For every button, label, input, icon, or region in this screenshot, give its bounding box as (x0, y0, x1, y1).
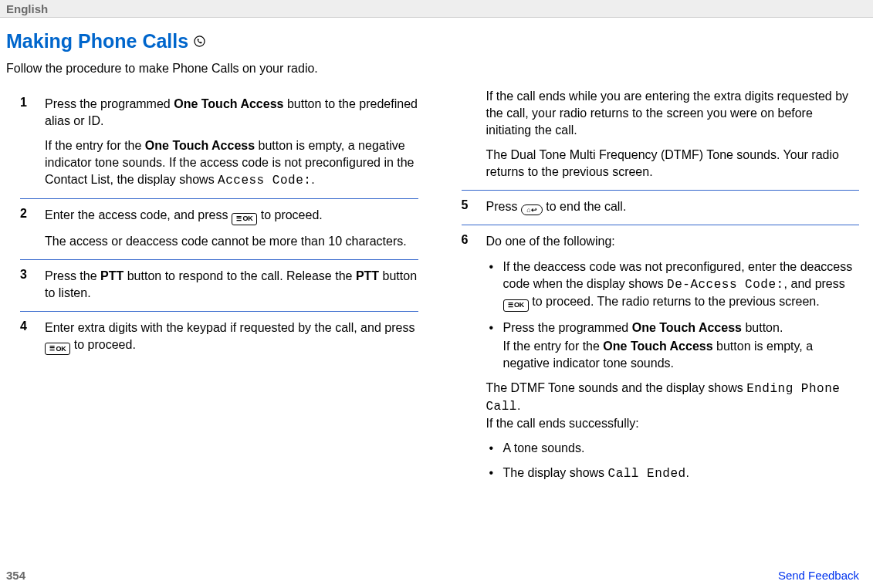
back-home-button-icon: ⌂↩ (521, 204, 543, 215)
step-number-spacer (462, 88, 477, 181)
page-number: 354 (6, 569, 25, 582)
step-4-continuation: If the call ends while you are entering … (462, 88, 860, 190)
title-text: Making Phone Calls (6, 30, 188, 52)
text: . (311, 173, 314, 186)
text: to proceed. (74, 338, 136, 351)
display-text: Access Code: (218, 174, 311, 188)
two-column-layout: 1 Press the programmed One Touch Access … (6, 88, 859, 491)
step-body: If the call ends while you are entering … (486, 88, 860, 181)
text: , and press (784, 277, 845, 290)
text: Enter extra digits with the keypad if re… (45, 321, 415, 334)
text: If the entry for the (503, 340, 604, 353)
ok-button-icon: OK (503, 299, 529, 312)
text: The access or deaccess code cannot be mo… (45, 233, 418, 250)
text: The display shows (503, 466, 608, 479)
step-body: Do one of the following: If the deaccess… (486, 233, 860, 490)
text: If the entry for the (45, 139, 145, 152)
step-body: Press ⌂↩ to end the call. (486, 198, 860, 216)
bullet-list: If the deaccess code was not preconfigur… (486, 259, 860, 372)
text: . (686, 466, 689, 479)
language-label: English (6, 2, 48, 15)
text: to proceed. The radio returns to the pre… (532, 295, 819, 308)
text: A tone sounds. (503, 441, 585, 455)
emphasis: One Touch Access (174, 97, 283, 110)
ok-button-icon: OK (232, 213, 257, 225)
list-item: If the deaccess code was not preconfigur… (486, 259, 860, 312)
step-number: 4 (20, 319, 36, 355)
intro-text: Follow the procedure to make Phone Calls… (6, 60, 859, 77)
header-bar: English (0, 0, 873, 18)
text: . (517, 399, 520, 412)
emphasis: PTT (356, 269, 379, 282)
step-number: 5 (462, 198, 477, 216)
step-1: 1 Press the programmed One Touch Access … (20, 88, 418, 198)
text: Press the (45, 269, 100, 282)
emphasis: One Touch Access (632, 321, 742, 334)
text: button to respond to the call. Release t… (124, 269, 356, 282)
text: Press (486, 200, 521, 213)
step-5: 5 Press ⌂↩ to end the call. (462, 191, 860, 225)
text: The Dual Tone Multi Frequency (DTMF) Ton… (486, 147, 860, 181)
send-feedback-link[interactable]: Send Feedback (778, 569, 859, 582)
text: Press the programmed (45, 97, 174, 110)
step-3: 3 Press the PTT button to respond to the… (20, 260, 418, 311)
text: The DTMF Tone sounds and the display sho… (486, 381, 747, 394)
footer: 354 Send Feedback (6, 569, 859, 582)
ok-button-icon: OK (45, 343, 70, 355)
svg-point-0 (195, 36, 205, 46)
list-item: The display shows Call Ended. (486, 465, 860, 482)
text: Press the programmed (503, 321, 632, 334)
text: to proceed. (261, 208, 323, 221)
step-4: 4 Enter extra digits with the keypad if … (20, 312, 418, 355)
left-column: 1 Press the programmed One Touch Access … (6, 88, 418, 491)
page-title: Making Phone Calls (6, 30, 859, 52)
emphasis: One Touch Access (145, 139, 255, 152)
step-body: Enter extra digits with the keypad if re… (45, 319, 418, 355)
display-text: Call Ended (608, 467, 686, 481)
phone-icon (193, 35, 205, 48)
text: to end the call. (546, 200, 626, 213)
text: If the call ends successfully: (486, 417, 639, 430)
step-body: Enter the access code, and press OK to p… (45, 207, 418, 250)
list-item: A tone sounds. (486, 440, 860, 457)
step-number: 6 (462, 233, 477, 490)
text: Enter the access code, and press (45, 208, 232, 221)
right-column: If the call ends while you are entering … (462, 88, 860, 491)
step-number: 3 (20, 268, 36, 302)
text: button. (742, 321, 783, 334)
step-body: Press the PTT button to respond to the c… (45, 268, 418, 302)
step-body: Press the programmed One Touch Access bu… (45, 96, 418, 189)
step-6: 6 Do one of the following: If the deacce… (462, 225, 860, 490)
emphasis: One Touch Access (603, 340, 712, 353)
emphasis: PTT (100, 269, 124, 282)
bullet-list: A tone sounds. The display shows Call En… (486, 440, 860, 482)
step-2: 2 Enter the access code, and press OK to… (20, 199, 418, 259)
step-number: 2 (20, 207, 36, 250)
step-number: 1 (20, 96, 36, 189)
text: Do one of the following: (486, 233, 860, 250)
display-text: De-Access Code: (667, 278, 784, 292)
page-content: Making Phone Calls Follow the procedure … (0, 18, 873, 496)
list-item: Press the programmed One Touch Access bu… (486, 319, 860, 372)
text: If the call ends while you are entering … (486, 88, 860, 139)
